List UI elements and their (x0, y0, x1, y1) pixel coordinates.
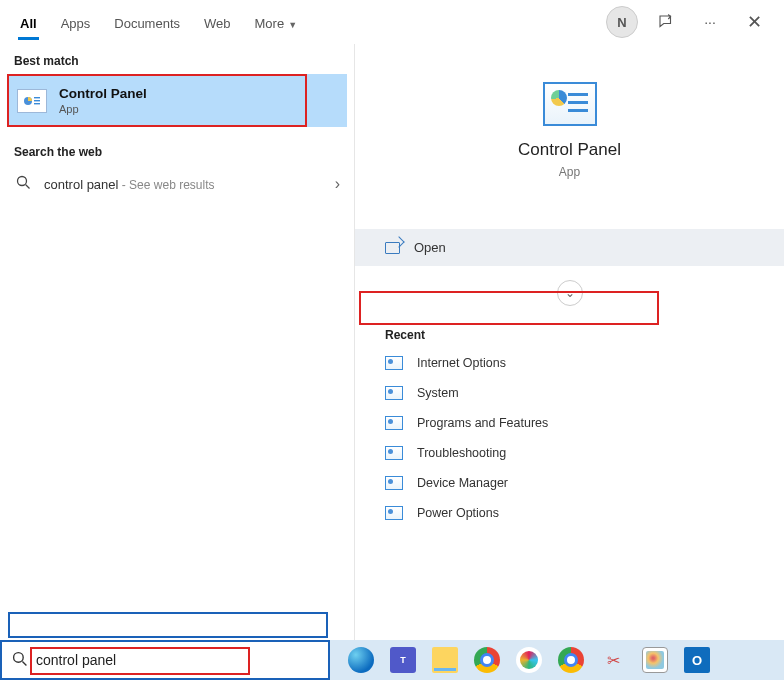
teams-icon[interactable]: T (390, 647, 416, 673)
file-explorer-icon[interactable] (432, 647, 458, 673)
search-tabs: All Apps Documents Web More▼ N ··· ✕ (0, 0, 784, 44)
best-match-subtitle: App (59, 103, 147, 115)
results-left-pane: Best match Control Panel App Search the … (0, 44, 354, 640)
best-match-title: Control Panel (59, 86, 147, 101)
recent-item[interactable]: Device Manager (355, 468, 784, 498)
control-panel-icon (17, 89, 47, 113)
recent-item[interactable]: Internet Options (355, 348, 784, 378)
open-action[interactable]: Open (355, 229, 784, 266)
close-icon[interactable]: ✕ (738, 6, 770, 38)
tab-documents[interactable]: Documents (102, 6, 192, 39)
control-panel-large-icon (543, 82, 597, 126)
settings-icon (385, 356, 403, 370)
outlook-icon[interactable]: O (684, 647, 710, 673)
taskbar-tray: T ✂ O (330, 640, 784, 680)
detail-title: Control Panel (365, 140, 774, 160)
open-icon (385, 242, 400, 254)
user-avatar[interactable]: N (606, 6, 638, 38)
slack-icon[interactable] (516, 647, 542, 673)
settings-icon (385, 446, 403, 460)
annotation-highlight (8, 612, 328, 638)
tab-apps[interactable]: Apps (49, 6, 103, 39)
taskbar-search[interactable] (0, 640, 330, 680)
best-match-item[interactable]: Control Panel App (7, 74, 347, 127)
expand-button[interactable]: ⌄ (557, 280, 583, 306)
svg-line-7 (22, 661, 26, 665)
svg-rect-1 (34, 97, 40, 98)
recent-item[interactable]: Power Options (355, 498, 784, 528)
more-options-icon[interactable]: ··· (694, 6, 726, 38)
chevron-right-icon: › (335, 175, 340, 193)
svg-point-4 (17, 177, 26, 186)
open-label: Open (414, 240, 446, 255)
snipping-tool-icon[interactable]: ✂ (600, 647, 626, 673)
recent-item[interactable]: Troubleshooting (355, 438, 784, 468)
search-icon (14, 175, 32, 193)
recent-item[interactable]: Programs and Features (355, 408, 784, 438)
svg-point-6 (14, 652, 24, 662)
settings-icon (385, 386, 403, 400)
svg-rect-3 (34, 103, 40, 104)
chrome-icon[interactable] (558, 647, 584, 673)
search-icon (2, 651, 36, 670)
paint-icon[interactable] (642, 647, 668, 673)
taskbar: T ✂ O (0, 640, 784, 680)
tab-web[interactable]: Web (192, 6, 243, 39)
details-pane: Control Panel App Open ⌄ Recent Internet… (354, 44, 784, 640)
settings-icon (385, 476, 403, 490)
settings-icon (385, 506, 403, 520)
search-web-heading: Search the web (0, 135, 354, 165)
detail-subtitle: App (365, 165, 774, 179)
feedback-icon[interactable] (650, 6, 682, 38)
recent-item[interactable]: System (355, 378, 784, 408)
web-result-item[interactable]: control panel - See web results › (0, 165, 354, 203)
best-match-heading: Best match (0, 44, 354, 74)
recent-heading: Recent (355, 306, 784, 348)
search-input[interactable] (36, 652, 296, 668)
tab-all[interactable]: All (8, 6, 49, 39)
chevron-down-icon: ▼ (288, 20, 297, 30)
svg-rect-2 (34, 100, 40, 101)
chrome-icon[interactable] (474, 647, 500, 673)
edge-icon[interactable] (348, 647, 374, 673)
settings-icon (385, 416, 403, 430)
tab-more[interactable]: More▼ (243, 6, 310, 39)
web-result-text: control panel - See web results (44, 177, 323, 192)
svg-line-5 (25, 185, 29, 189)
